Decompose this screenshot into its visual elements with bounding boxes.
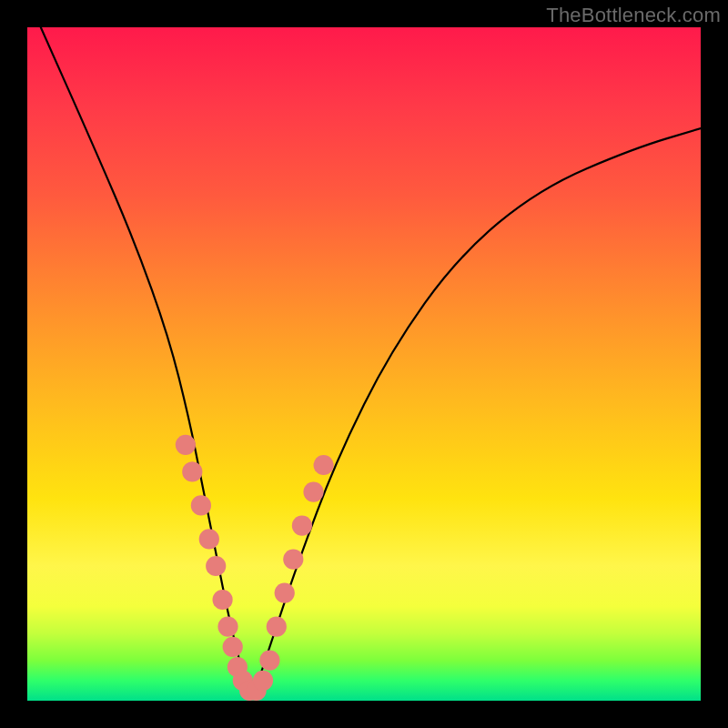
marker-dot <box>199 529 219 549</box>
chart-root: TheBottleneck.com <box>0 0 728 728</box>
marker-dot <box>182 461 202 481</box>
marker-dot <box>213 590 233 610</box>
marker-dot <box>303 482 323 502</box>
marker-dot <box>259 651 279 671</box>
marker-dot <box>314 455 334 475</box>
marker-dots-group <box>176 435 334 701</box>
marker-dot <box>292 516 312 536</box>
watermark-label: TheBottleneck.com <box>546 4 721 27</box>
plot-area <box>27 27 701 701</box>
marker-dot <box>206 556 226 576</box>
marker-dot <box>275 583 295 603</box>
marker-dot <box>223 637 243 657</box>
marker-dot <box>283 550 303 570</box>
curve-svg <box>27 27 701 701</box>
marker-dot <box>267 617 287 637</box>
main-curve <box>41 27 701 696</box>
marker-dot <box>191 495 211 515</box>
marker-dot <box>217 617 238 637</box>
marker-dot <box>253 671 273 691</box>
marker-dot <box>176 435 196 455</box>
